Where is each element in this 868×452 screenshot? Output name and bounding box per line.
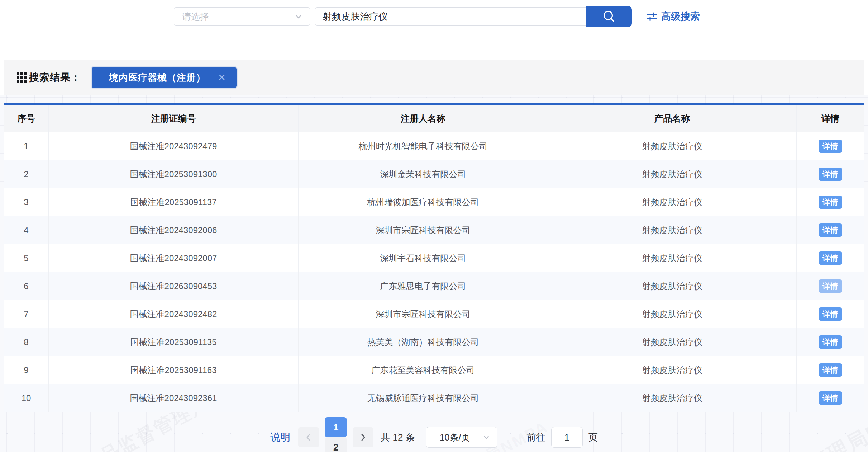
detail-button[interactable]: 详情 [819,363,842,377]
row-registrant: 深圳宇石科技有限公司 [299,244,548,272]
results-label: 搜索结果： [29,71,81,84]
total-count-label: 共 12 条 [381,431,415,444]
category-select-placeholder: 请选择 [182,11,294,23]
next-page-button[interactable] [353,427,373,447]
filter-tag[interactable]: 境内医疗器械（注册） ✕ [92,67,237,88]
col-header-cert-no: 注册证编号 [49,105,299,132]
row-detail-cell: 详情 [797,300,864,328]
row-detail-cell: 详情 [797,216,864,244]
row-product: 射频皮肤治疗仪 [548,328,797,356]
table-header-row: 序号 注册证编号 注册人名称 产品名称 详情 [4,105,864,132]
row-registrant: 深圳金茉科技有限公司 [299,160,548,188]
row-cert-no: 国械注准20253091135 [49,328,299,356]
row-registrant: 无锡威脉通医疗科技有限公司 [299,384,548,412]
row-index: 6 [4,272,49,300]
row-registrant: 深圳市宗匠科技有限公司 [299,300,548,328]
row-index: 1 [4,132,49,160]
row-detail-cell: 详情 [797,384,864,412]
table-row: 4 国械注准20243092006 深圳市宗匠科技有限公司 射频皮肤治疗仪 详情 [4,216,864,244]
row-registrant: 热芙美（湖南）科技有限公司 [299,328,548,356]
table-row: 1 国械注准20243092479 杭州时光机智能电子科技有限公司 射频皮肤治疗… [4,132,864,160]
detail-button[interactable]: 详情 [819,168,842,181]
row-detail-cell: 详情 [797,356,864,384]
advanced-search-link[interactable]: 高级搜索 [646,10,700,23]
row-registrant: 广东雅思电子有限公司 [299,272,548,300]
row-detail-cell: 详情 [797,160,864,188]
detail-button[interactable]: 详情 [819,279,842,293]
col-header-no: 序号 [4,105,49,132]
row-index: 3 [4,188,49,216]
detail-button[interactable]: 详情 [819,140,842,153]
chevron-left-icon [304,433,313,442]
prev-page-button[interactable] [298,427,319,447]
row-cert-no: 国械注准20243092479 [49,132,299,160]
category-select[interactable]: 请选择 [174,7,310,26]
row-product: 射频皮肤治疗仪 [548,356,797,384]
grid-icon [17,72,27,83]
detail-button[interactable]: 详情 [819,335,842,349]
table-row: 9 国械注准20253091163 广东花至美容科技有限公司 射频皮肤治疗仪 详… [4,356,864,384]
row-index: 9 [4,356,49,384]
row-cert-no: 国械注准20253091137 [49,188,299,216]
row-index: 4 [4,216,49,244]
col-header-product: 产品名称 [548,105,797,132]
row-index: 8 [4,328,49,356]
goto-page-group: 前往 页 [527,427,598,448]
detail-button[interactable]: 详情 [819,391,842,405]
table-row: 6 国械注准20263090453 广东雅思电子有限公司 射频皮肤治疗仪 详情 [4,272,864,300]
row-product: 射频皮肤治疗仪 [548,160,797,188]
close-icon[interactable]: ✕ [218,72,226,83]
pagination-bar: 说明 12 共 12 条 10条/页 前往 页 [0,425,868,449]
table-row: 5 国械注准20243092007 深圳宇石科技有限公司 射频皮肤治疗仪 详情 [4,244,864,272]
chevron-right-icon [358,433,368,442]
search-button[interactable] [586,6,632,27]
chevron-down-icon [294,12,303,21]
detail-button[interactable]: 详情 [819,251,842,265]
row-cert-no: 国械注准20243092006 [49,216,299,244]
col-header-detail: 详情 [797,105,864,132]
page-button-1[interactable]: 1 [325,417,347,437]
detail-button[interactable]: 详情 [819,307,842,321]
row-detail-cell: 详情 [797,328,864,356]
row-cert-no: 国械注准20243092361 [49,384,299,412]
row-cert-no: 国械注准20253091300 [49,160,299,188]
row-index: 2 [4,160,49,188]
page-size-value: 10条/页 [440,432,470,443]
row-registrant: 杭州瑞彼加医疗科技有限公司 [299,188,548,216]
row-product: 射频皮肤治疗仪 [548,300,797,328]
results-table: 序号 注册证编号 注册人名称 产品名称 详情 1 国械注准20243092479… [4,105,864,412]
filter-tag-label: 境内医疗器械（注册） [109,71,206,84]
col-header-registrant: 注册人名称 [299,105,548,132]
row-registrant: 深圳市宗匠科技有限公司 [299,216,548,244]
table-row: 10 国械注准20243092361 无锡威脉通医疗科技有限公司 射频皮肤治疗仪… [4,384,864,412]
detail-button[interactable]: 详情 [819,223,842,237]
row-detail-cell: 详情 [797,188,864,216]
magnifier-icon [601,9,616,24]
table-body: 1 国械注准20243092479 杭州时光机智能电子科技有限公司 射频皮肤治疗… [4,132,864,412]
detail-button[interactable]: 详情 [819,196,842,209]
page-size-select[interactable]: 10条/页 [426,427,497,448]
help-link[interactable]: 说明 [270,430,290,444]
table-row: 3 国械注准20253091137 杭州瑞彼加医疗科技有限公司 射频皮肤治疗仪 … [4,188,864,216]
chevron-down-icon [482,433,491,442]
search-input[interactable] [315,7,587,26]
row-product: 射频皮肤治疗仪 [548,244,797,272]
row-cert-no: 国械注准20263090453 [49,272,299,300]
top-search-bar: 请选择 高级搜索 [0,0,868,39]
row-registrant: 广东花至美容科技有限公司 [299,356,548,384]
search-results-bar: 搜索结果： 境内医疗器械（注册） ✕ [4,60,864,95]
row-detail-cell: 详情 [797,244,864,272]
row-product: 射频皮肤治疗仪 [548,132,797,160]
table-row: 7 国械注准20243092482 深圳市宗匠科技有限公司 射频皮肤治疗仪 详情 [4,300,864,328]
table-row: 8 国械注准20253091135 热芙美（湖南）科技有限公司 射频皮肤治疗仪 … [4,328,864,356]
row-cert-no: 国械注准20243092007 [49,244,299,272]
page-button-2[interactable]: 2 [325,437,347,452]
row-index: 7 [4,300,49,328]
row-product: 射频皮肤治疗仪 [548,384,797,412]
goto-page-input[interactable] [551,427,583,448]
row-index: 5 [4,244,49,272]
goto-suffix-label: 页 [588,431,598,444]
advanced-search-label: 高级搜索 [661,10,700,23]
row-cert-no: 国械注准20253091163 [49,356,299,384]
table-row: 2 国械注准20253091300 深圳金茉科技有限公司 射频皮肤治疗仪 详情 [4,160,864,188]
